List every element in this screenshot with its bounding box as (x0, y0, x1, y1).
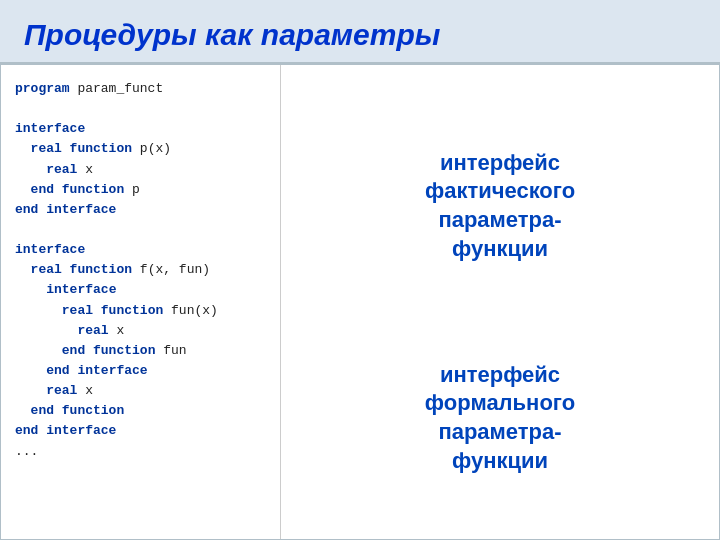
code-line-15: end function (15, 401, 272, 421)
code-line-blank1 (15, 99, 272, 119)
code-line-8: real function f(x, fun) (15, 260, 272, 280)
code-line-13: end interface (15, 361, 272, 381)
code-line-1: program param_funct (15, 79, 272, 99)
code-line-16: end interface (15, 421, 272, 441)
code-line-7: interface (15, 240, 272, 260)
code-line-9: interface (15, 280, 272, 300)
code-line-2: interface (15, 119, 272, 139)
code-line-17: ... (15, 442, 272, 462)
code-line-6: end interface (15, 200, 272, 220)
right-panel: интерфейсфактическогопараметра-функции и… (281, 65, 719, 539)
code-line-3: real function p(x) (15, 139, 272, 159)
code-line-4: real x (15, 160, 272, 180)
annotation-bottom: интерфейсформальногопараметра-функции (425, 361, 575, 475)
code-panel: program param_funct interface real funct… (1, 65, 281, 539)
code-line-10: real function fun(x) (15, 301, 272, 321)
code-line-14: real x (15, 381, 272, 401)
slide-title: Процедуры как параметры (24, 18, 696, 52)
code-line-blank2 (15, 220, 272, 240)
code-line-12: end function fun (15, 341, 272, 361)
code-line-5: end function p (15, 180, 272, 200)
code-line-11: real x (15, 321, 272, 341)
annotation-top: интерфейсфактическогопараметра-функции (425, 149, 575, 263)
